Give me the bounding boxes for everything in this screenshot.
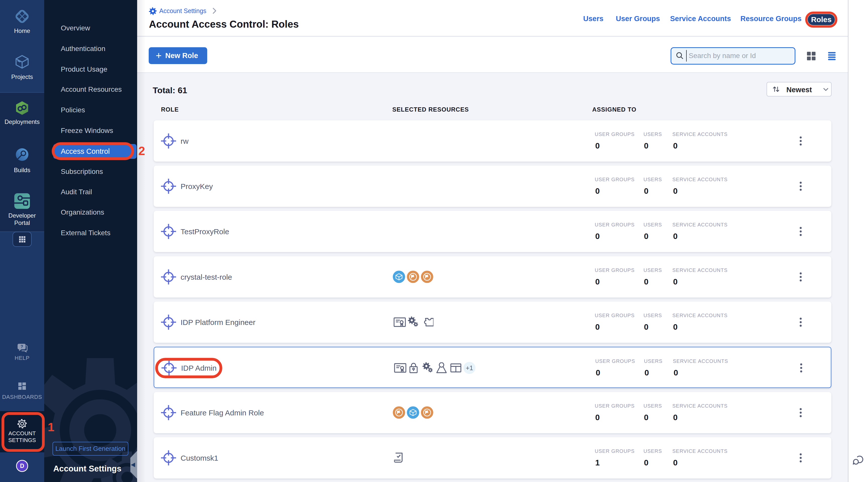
svg-text:?: ? [21,344,23,349]
